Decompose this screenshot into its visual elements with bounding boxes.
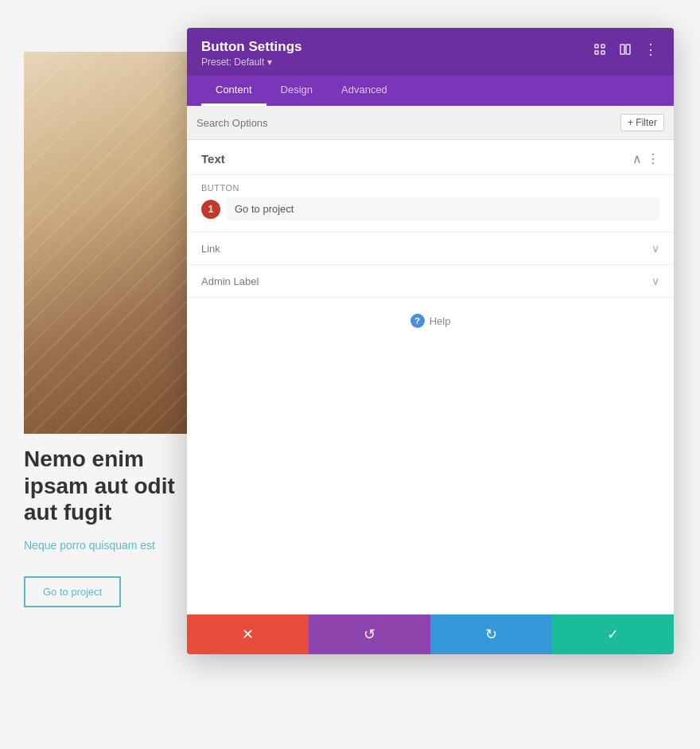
admin-label: Admin Label [201, 275, 259, 287]
modal-title: Button Settings [201, 39, 302, 55]
svg-rect-5 [626, 45, 630, 54]
button-settings-modal: Button Settings Preset: Default ▾ ⋮ [187, 28, 674, 654]
modal-header-icons: ⋮ [591, 41, 659, 58]
cancel-button[interactable]: ✕ [187, 614, 309, 654]
svg-rect-2 [595, 51, 598, 54]
text-section-header: Text ∧ ⋮ [187, 140, 674, 175]
link-section[interactable]: Link ∨ [187, 232, 674, 265]
redo-button[interactable]: ↻ [430, 614, 552, 654]
admin-chevron-icon: ∨ [651, 275, 659, 287]
filter-button[interactable]: + Filter [620, 114, 664, 131]
modal-preset[interactable]: Preset: Default ▾ [201, 57, 302, 68]
background-image [24, 52, 191, 434]
modal-footer: ✕ ↺ ↻ ✓ [187, 614, 674, 654]
badge-number: 1 [201, 200, 220, 219]
link-label: Link [201, 243, 220, 255]
bg-subtext: Neque porro quisquam est [24, 537, 191, 554]
modal-tabs: Content Design Advanced [187, 76, 674, 106]
save-button[interactable]: ✓ [552, 614, 674, 654]
svg-rect-3 [601, 51, 605, 54]
more-options-icon[interactable]: ⋮ [642, 41, 659, 58]
background-text-area: Nemo enim ipsam aut odit aut fugit Neque… [24, 446, 191, 607]
tab-content[interactable]: Content [201, 76, 266, 106]
svg-rect-1 [601, 45, 605, 48]
button-field-input-row: 1 [201, 197, 659, 220]
help-area: ? Help [187, 298, 674, 344]
tab-design[interactable]: Design [266, 76, 327, 106]
search-bar: + Filter [187, 106, 674, 140]
section-more-icon: ⋮ [647, 151, 659, 166]
svg-rect-0 [595, 45, 598, 48]
button-field-label: Button [201, 183, 659, 193]
text-section-title: Text [201, 152, 225, 166]
undo-button[interactable]: ↺ [309, 614, 430, 654]
panel-body: Text ∧ ⋮ Button 1 Link ∨ Admin Label ∨ [187, 140, 674, 344]
section-controls[interactable]: ∧ ⋮ [632, 151, 659, 166]
admin-label-section[interactable]: Admin Label ∨ [187, 265, 674, 298]
help-icon[interactable]: ? [410, 314, 425, 328]
chevron-up-icon: ∧ [632, 151, 642, 166]
fullscreen-icon[interactable] [591, 41, 609, 58]
columns-icon[interactable] [616, 41, 634, 58]
help-text[interactable]: Help [430, 315, 451, 327]
panel-spacer [187, 344, 674, 614]
modal-title-group: Button Settings Preset: Default ▾ [201, 39, 302, 68]
bg-heading: Nemo enim ipsam aut odit aut fugit [24, 446, 191, 526]
tab-advanced[interactable]: Advanced [327, 76, 402, 106]
button-text-input[interactable] [227, 197, 659, 220]
bg-go-to-project-button[interactable]: Go to project [24, 576, 121, 607]
search-input[interactable] [196, 117, 614, 129]
button-field-group: Button 1 [187, 175, 674, 232]
link-chevron-icon: ∨ [651, 242, 659, 255]
svg-rect-4 [620, 45, 624, 54]
modal-header: Button Settings Preset: Default ▾ ⋮ [187, 28, 674, 76]
